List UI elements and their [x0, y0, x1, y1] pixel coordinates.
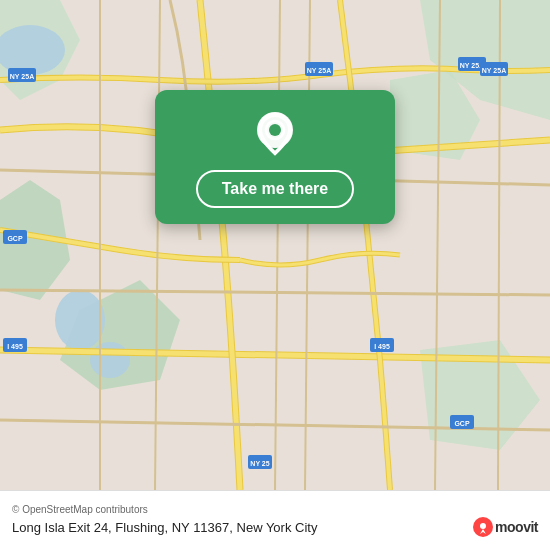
- svg-text:GCP: GCP: [454, 420, 470, 427]
- svg-text:GCP: GCP: [7, 235, 23, 242]
- svg-text:NY 25A: NY 25A: [10, 73, 34, 80]
- take-me-there-button[interactable]: Take me there: [196, 170, 354, 208]
- moovit-logo: moovit: [473, 517, 538, 537]
- svg-text:NY 25: NY 25: [250, 460, 269, 467]
- svg-text:I 495: I 495: [7, 343, 23, 350]
- map-attribution: © OpenStreetMap contributors: [12, 504, 538, 515]
- location-pin-icon: [251, 110, 299, 158]
- map-background: NY 25A NY 25A NY 25A I 678 I 495 I 495 N…: [0, 0, 550, 490]
- svg-point-9: [90, 342, 130, 378]
- svg-point-45: [480, 523, 486, 529]
- svg-point-42: [269, 124, 281, 136]
- svg-text:NY 25A: NY 25A: [482, 67, 506, 74]
- attribution-text: © OpenStreetMap contributors: [12, 504, 148, 515]
- svg-text:I 495: I 495: [374, 343, 390, 350]
- bottom-bar: © OpenStreetMap contributors Long Isla E…: [0, 490, 550, 550]
- address-text: Long Isla Exit 24, Flushing, NY 11367, N…: [12, 520, 317, 535]
- svg-point-8: [55, 290, 105, 350]
- moovit-brand-icon: [473, 517, 493, 537]
- address-row: Long Isla Exit 24, Flushing, NY 11367, N…: [12, 517, 538, 537]
- location-card: Take me there: [155, 90, 395, 224]
- map-container: NY 25A NY 25A NY 25A I 678 I 495 I 495 N…: [0, 0, 550, 490]
- svg-text:NY 25A: NY 25A: [307, 67, 331, 74]
- moovit-text: moovit: [495, 519, 538, 535]
